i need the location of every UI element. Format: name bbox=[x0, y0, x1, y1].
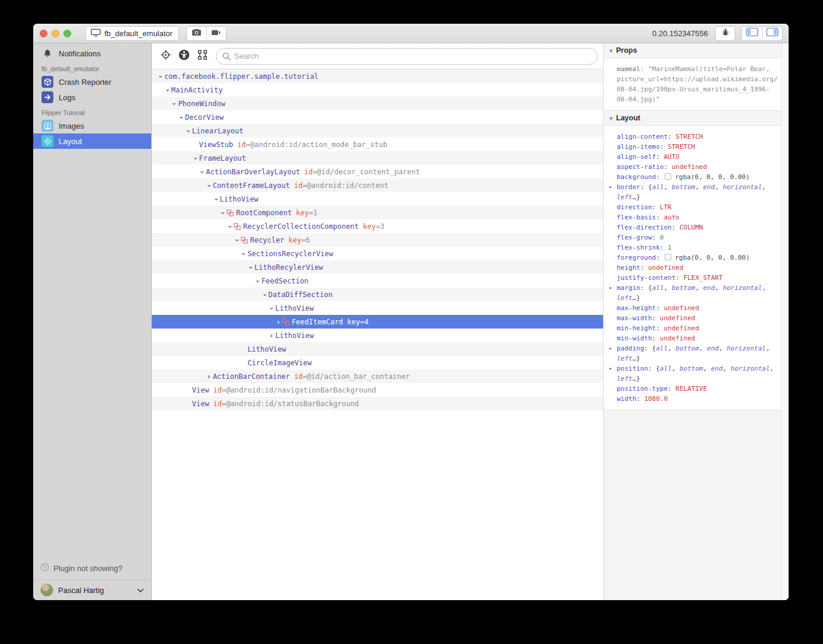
prop-value[interactable]: undefined bbox=[663, 304, 699, 312]
prop-value[interactable]: STRETCH bbox=[675, 133, 703, 141]
prop-value[interactable]: FLEX_START bbox=[684, 274, 723, 282]
sidebar-item-notifications[interactable]: Notifications bbox=[33, 46, 151, 61]
tree-row-DataDiffSection[interactable]: ›DataDiffSection bbox=[152, 288, 603, 301]
chevron-down-icon[interactable]: › bbox=[219, 209, 227, 216]
tree-row-LithoView[interactable]: ›LithoView bbox=[152, 301, 603, 315]
prop-value[interactable]: 1 bbox=[668, 244, 672, 251]
toggle-right-panel-button[interactable] bbox=[762, 27, 782, 40]
chevron-down-icon[interactable]: › bbox=[240, 250, 248, 257]
tree-row-FeedSection[interactable]: ›FeedSection bbox=[152, 274, 603, 288]
prop-value[interactable]: auto bbox=[663, 213, 680, 221]
tree-row-LithoView[interactable]: ›LithoView bbox=[152, 342, 603, 356]
inspector-scroll-gutter[interactable] bbox=[781, 43, 789, 600]
chevron-right-icon[interactable]: › bbox=[275, 318, 282, 326]
toggle-left-panel-button[interactable] bbox=[742, 27, 762, 40]
tree-row-LinearLayout[interactable]: ›LinearLayout bbox=[152, 124, 603, 138]
tree-row-ContentFrameLayout[interactable]: ›ContentFrameLayoutid=@android:id/conten… bbox=[152, 178, 603, 192]
expand-triangle-icon[interactable]: ▸ bbox=[609, 283, 612, 293]
chevron-down-icon[interactable]: › bbox=[198, 168, 206, 176]
chevron-down-icon[interactable]: › bbox=[191, 154, 199, 162]
prop-value[interactable]: STRETCH bbox=[668, 143, 695, 151]
tree-row-LithoView[interactable]: ›LithoView bbox=[152, 329, 603, 342]
chevron-down-icon[interactable]: › bbox=[267, 304, 276, 312]
prop-value[interactable]: 1080.0 bbox=[644, 395, 668, 403]
prop-value[interactable]: undefined bbox=[663, 324, 699, 332]
tree-row-Recycler[interactable]: ›Recyclerkey=6 bbox=[152, 233, 603, 247]
tree-toolbar bbox=[152, 43, 603, 69]
chevron-down-icon[interactable]: › bbox=[184, 127, 192, 135]
chevron-down-icon[interactable]: › bbox=[247, 263, 255, 271]
chevron-down-icon[interactable]: › bbox=[232, 236, 241, 244]
tree-row-LithoRecylerView[interactable]: ›LithoRecylerView bbox=[152, 260, 603, 274]
prop-key: mammal bbox=[617, 65, 640, 73]
record-button[interactable] bbox=[206, 27, 226, 40]
props-section-header[interactable]: ▾ Props bbox=[604, 43, 781, 58]
chevron-down-icon[interactable]: › bbox=[177, 113, 186, 121]
prop-value[interactable]: rgba(0, 0, 0, 0.00) bbox=[675, 254, 749, 262]
tree-row-ViewStub[interactable]: ›ViewStubid=@android:id/action_mode_bar_… bbox=[152, 138, 603, 151]
sidebar-item-logs[interactable]: Logs bbox=[33, 90, 151, 105]
tree-row-DecorView[interactable]: ›DecorView bbox=[152, 110, 603, 124]
zoom-button[interactable] bbox=[63, 30, 71, 37]
prop-value[interactable]: COLUMN bbox=[680, 224, 703, 231]
tree-row-RootComponent[interactable]: ›RootComponentkey=1 bbox=[152, 206, 603, 219]
prop-value[interactable]: 0 bbox=[660, 234, 664, 241]
expand-triangle-icon[interactable]: ▸ bbox=[609, 182, 612, 192]
tree-row-SectionsRecyclerView[interactable]: ›SectionsRecyclerView bbox=[152, 247, 603, 260]
tree-row-View[interactable]: ›Viewid=@android:id/navigationBarBackgro… bbox=[152, 383, 603, 397]
tree-row-RecyclerCollectionComponent[interactable]: ›RecyclerCollectionComponentkey=3 bbox=[152, 219, 603, 233]
screenshot-button[interactable] bbox=[187, 27, 206, 40]
color-swatch-checkbox[interactable] bbox=[665, 173, 671, 180]
toggle-hierarchy-button[interactable] bbox=[196, 50, 209, 63]
sidebar-item-layout[interactable]: Layout bbox=[33, 133, 151, 149]
element-attr-value: =@id/decor_content_parent bbox=[313, 168, 420, 176]
prop-value[interactable]: LTR bbox=[660, 203, 672, 211]
chevron-right-icon[interactable]: › bbox=[205, 372, 213, 381]
tree-row-View[interactable]: ›Viewid=@android:id/statusBarBackground bbox=[152, 397, 603, 410]
user-menu[interactable]: Pascal Hartig bbox=[33, 579, 151, 600]
layout-section-header[interactable]: ▾ Layout bbox=[604, 111, 781, 126]
tree-row-ActionBarOverlayLayout[interactable]: ›ActionBarOverlayLayoutid=@id/decor_cont… bbox=[152, 165, 603, 178]
chevron-down-icon[interactable]: › bbox=[226, 222, 234, 230]
element-attr-name: key bbox=[347, 318, 361, 326]
tree-row-com.facebook.flipper.sample.tutorial[interactable]: ›com.facebook.flipper.sample.tutorial bbox=[152, 69, 603, 83]
device-selector-button[interactable]: fb_default_emulator bbox=[85, 26, 179, 41]
report-bug-button[interactable] bbox=[715, 26, 735, 41]
color-swatch-checkbox[interactable] bbox=[665, 254, 671, 260]
tree-row-LithoView[interactable]: ›LithoView bbox=[152, 192, 603, 206]
search-input[interactable] bbox=[216, 48, 598, 65]
sidebar-item-images[interactable]: Images bbox=[33, 118, 151, 133]
tree-row-ActionBarContainer[interactable]: ›ActionBarContainerid=@id/action_bar_con… bbox=[152, 369, 603, 383]
layout-prop-background: background: rgba(0, 0, 0, 0.00) bbox=[604, 172, 778, 182]
chevron-down-icon[interactable]: › bbox=[170, 100, 178, 107]
chevron-down-icon[interactable]: › bbox=[260, 291, 269, 298]
prop-value[interactable]: rgba(0, 0, 0, 0.00) bbox=[675, 173, 749, 181]
plugin-not-showing-link[interactable]: ? Plugin not showing? bbox=[33, 558, 151, 579]
tree-row-PhoneWindow[interactable]: ›PhoneWindow bbox=[152, 97, 603, 110]
object-item: horizontal bbox=[723, 183, 762, 191]
minimize-button[interactable] bbox=[52, 30, 59, 37]
tree-row-CircleImageView[interactable]: ›CircleImageView bbox=[152, 356, 603, 369]
sidebar-item-crash-reporter[interactable]: Crash Reporter bbox=[33, 74, 151, 90]
prop-value[interactable]: AUTO bbox=[663, 153, 680, 161]
accessibility-mode-button[interactable] bbox=[177, 50, 190, 63]
chevron-down-icon[interactable]: › bbox=[212, 195, 220, 203]
tree-row-FeedItemCard[interactable]: ›FeedItemCardkey=4 bbox=[152, 315, 603, 329]
element-attr-value: =@android:id/navigationBarBackground bbox=[222, 386, 376, 394]
prop-value[interactable]: undefined bbox=[648, 264, 684, 272]
prop-value[interactable]: undefined bbox=[672, 163, 707, 171]
prop-value[interactable]: undefined bbox=[660, 334, 696, 342]
prop-value[interactable]: undefined bbox=[660, 314, 696, 322]
target-mode-button[interactable] bbox=[159, 50, 172, 63]
chevron-down-icon[interactable]: › bbox=[157, 72, 165, 80]
expand-triangle-icon[interactable]: ▸ bbox=[609, 364, 612, 374]
close-button[interactable] bbox=[40, 30, 47, 37]
chevron-down-icon[interactable]: › bbox=[205, 181, 213, 189]
expand-triangle-icon[interactable]: ▸ bbox=[609, 343, 612, 353]
chevron-down-icon[interactable]: › bbox=[163, 86, 171, 94]
prop-value[interactable]: RELATIVE bbox=[675, 385, 707, 393]
tree-row-FrameLayout[interactable]: ›FrameLayout bbox=[152, 151, 603, 165]
tree-row-MainActivity[interactable]: ›MainActivity bbox=[152, 83, 603, 97]
chevron-down-icon[interactable]: › bbox=[253, 277, 261, 285]
chevron-right-icon[interactable]: › bbox=[267, 331, 275, 340]
